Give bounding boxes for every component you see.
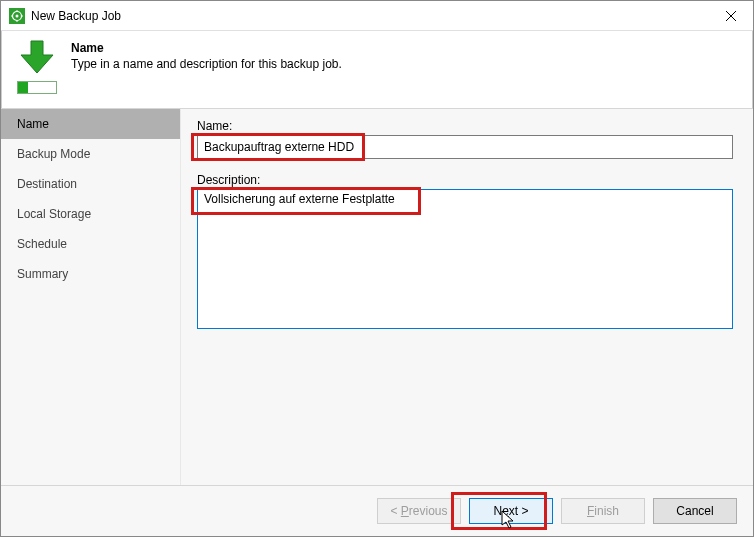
sidebar-item-destination[interactable]: Destination xyxy=(1,169,180,199)
description-input[interactable] xyxy=(197,189,733,329)
finish-button: Finish xyxy=(561,498,645,524)
window: New Backup Job Name Type in a name and d… xyxy=(0,0,754,537)
next-button[interactable]: Next > xyxy=(469,498,553,524)
wizard-body: Name Backup Mode Destination Local Stora… xyxy=(1,109,753,485)
sidebar-item-label: Backup Mode xyxy=(17,147,90,161)
description-field-block: Description: xyxy=(197,173,733,332)
svg-rect-4 xyxy=(11,15,13,16)
svg-point-1 xyxy=(16,14,19,17)
header-title: Name xyxy=(71,41,737,55)
header-text: Name Type in a name and description for … xyxy=(71,39,737,71)
close-button[interactable] xyxy=(708,1,753,31)
wizard-content: Name: Description: xyxy=(181,109,753,485)
btn-first: N xyxy=(493,504,502,518)
mnemonic: P xyxy=(401,504,409,518)
name-input[interactable] xyxy=(197,135,733,159)
sidebar-item-label: Local Storage xyxy=(17,207,91,221)
progress-indicator xyxy=(17,81,57,94)
name-field-block: Name: xyxy=(197,119,733,159)
wizard-footer: < Previous Next > Finish Cancel xyxy=(1,485,753,536)
app-icon xyxy=(9,8,25,24)
btn-rest: revious xyxy=(409,504,448,518)
previous-button: < Previous xyxy=(377,498,461,524)
sidebar-item-name[interactable]: Name xyxy=(1,109,180,139)
svg-rect-5 xyxy=(21,15,23,16)
progress-fill xyxy=(18,82,28,93)
btn-rest: xt > xyxy=(509,504,529,518)
header-subtitle: Type in a name and description for this … xyxy=(71,57,737,71)
sidebar-item-summary[interactable]: Summary xyxy=(1,259,180,289)
download-arrow-icon xyxy=(17,39,57,75)
titlebar: New Backup Job xyxy=(1,1,753,31)
cancel-button[interactable]: Cancel xyxy=(653,498,737,524)
sidebar-item-schedule[interactable]: Schedule xyxy=(1,229,180,259)
sidebar-item-local-storage[interactable]: Local Storage xyxy=(1,199,180,229)
btn-label: Cancel xyxy=(676,504,713,518)
svg-rect-2 xyxy=(17,10,18,12)
svg-rect-3 xyxy=(17,20,18,22)
btn-rest: inish xyxy=(594,504,619,518)
sidebar-item-label: Name xyxy=(17,117,49,131)
mnemonic: e xyxy=(502,504,509,518)
wizard-sidebar: Name Backup Mode Destination Local Stora… xyxy=(1,109,181,485)
sidebar-item-label: Destination xyxy=(17,177,77,191)
wizard-header: Name Type in a name and description for … xyxy=(1,31,753,109)
sidebar-item-label: Schedule xyxy=(17,237,67,251)
description-label: Description: xyxy=(197,173,733,187)
header-icon-column xyxy=(17,39,57,94)
window-title: New Backup Job xyxy=(31,9,708,23)
sidebar-item-label: Summary xyxy=(17,267,68,281)
name-label: Name: xyxy=(197,119,733,133)
sidebar-item-backup-mode[interactable]: Backup Mode xyxy=(1,139,180,169)
